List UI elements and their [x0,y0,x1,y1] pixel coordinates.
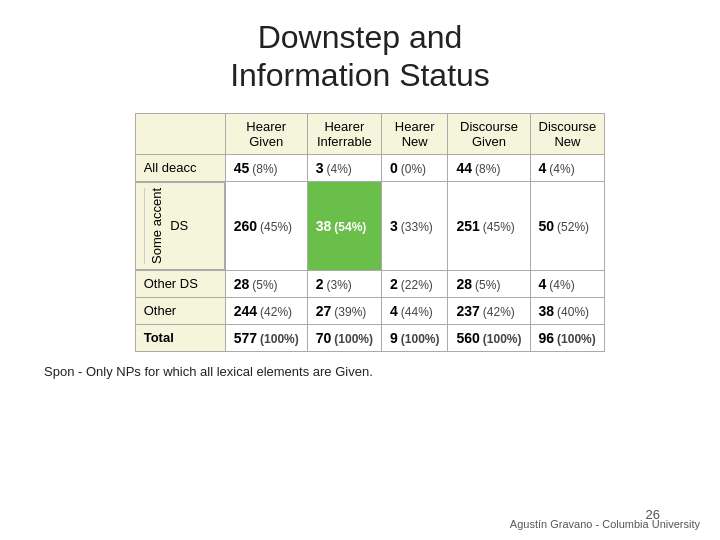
cell-highlight: 38(54%) [307,181,381,270]
cell: 244(42%) [225,297,307,324]
cell: 45(8%) [225,154,307,181]
corner-cell [135,113,225,154]
table-row-total: Total 577(100%) 70(100%) 9(100%) 560(100… [135,324,605,351]
row-header-ds: Some accent DS [135,182,225,270]
col-header-hearer-new: HearerNew [381,113,447,154]
cell: 96(100%) [530,324,605,351]
some-accent-label: Some accent [144,188,164,264]
table-row: Other 244(42%) 27(39%) 4(44%) 237(42%) 3… [135,297,605,324]
table-row: All deacc 45(8%) 3(4%) 0(0%) 44(8%) 4(4%… [135,154,605,181]
table-row: Other DS 28(5%) 2(3%) 2(22%) 28(5%) 4(4%… [135,270,605,297]
row-header-other: Other [135,297,225,324]
cell: 27(39%) [307,297,381,324]
page: Downstep and Information Status HearerGi… [0,0,720,540]
cell: 4(4%) [530,154,605,181]
footer-note: Spon - Only NPs for which all lexical el… [44,364,373,379]
cell: 0(0%) [381,154,447,181]
cell: 260(45%) [225,181,307,270]
col-header-discourse-new: DiscourseNew [530,113,605,154]
cell: 3(4%) [307,154,381,181]
cell: 4(4%) [530,270,605,297]
row-header-all-deacc: All deacc [135,154,225,181]
group-row-label [115,113,133,352]
cell: 28(5%) [225,270,307,297]
cell: 50(52%) [530,181,605,270]
col-header-hearer-inferrable: HearerInferrable [307,113,381,154]
cell: 70(100%) [307,324,381,351]
row-header-total: Total [135,324,225,351]
col-header-discourse-given: DiscourseGiven [448,113,530,154]
data-table: HearerGiven HearerInferrable HearerNew D… [135,113,606,352]
page-title: Downstep and Information Status [230,18,490,95]
author-label: Agustín Gravano - Columbia University [510,518,700,530]
cell: 4(44%) [381,297,447,324]
cell: 577(100%) [225,324,307,351]
row-header-other-ds: Other DS [135,270,225,297]
table-row: Some accent DS 260(45%) 38(54%) 3(33%) 2… [135,181,605,270]
cell: 38(40%) [530,297,605,324]
cell: 2(3%) [307,270,381,297]
cell: 28(5%) [448,270,530,297]
cell: 44(8%) [448,154,530,181]
cell: 2(22%) [381,270,447,297]
cell: 237(42%) [448,297,530,324]
cell: 3(33%) [381,181,447,270]
col-header-hearer-given: HearerGiven [225,113,307,154]
cell: 560(100%) [448,324,530,351]
cell: 9(100%) [381,324,447,351]
cell: 251(45%) [448,181,530,270]
